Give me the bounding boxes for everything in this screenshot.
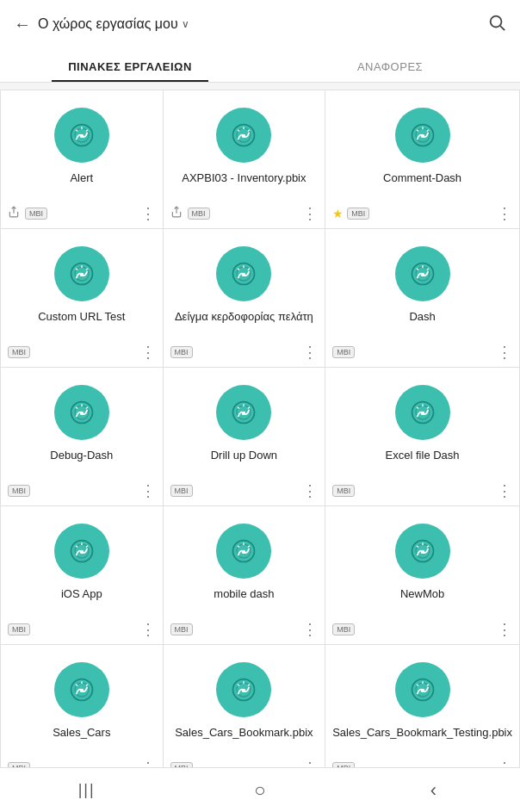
card-title: Sales_Cars bbox=[53, 726, 110, 741]
card-item[interactable]: Alert MBI ⋮ bbox=[1, 90, 163, 228]
card-footer: MBI ⋮ bbox=[332, 344, 512, 360]
card-icon bbox=[54, 662, 109, 717]
more-options-icon[interactable]: ⋮ bbox=[302, 622, 318, 637]
svg-line-1 bbox=[500, 26, 505, 30]
card-icon bbox=[54, 108, 109, 163]
more-options-icon[interactable]: ⋮ bbox=[140, 206, 156, 221]
back-button[interactable]: ← bbox=[14, 15, 31, 34]
card-badges: MBI bbox=[170, 346, 193, 358]
card-title: Sales_Cars_Bookmark_Testing.pbix bbox=[332, 726, 512, 741]
card-icon bbox=[216, 385, 271, 440]
card-footer: MBI ⋮ bbox=[8, 483, 156, 499]
card-title: Debug-Dash bbox=[50, 449, 113, 464]
card-title: Custom URL Test bbox=[38, 310, 125, 325]
more-options-icon[interactable]: ⋮ bbox=[497, 206, 512, 221]
svg-point-36 bbox=[420, 273, 424, 276]
nav-home-icon[interactable]: ○ bbox=[234, 773, 286, 808]
more-options-icon[interactable]: ⋮ bbox=[497, 622, 512, 637]
badge-mbi: MBI bbox=[188, 208, 210, 220]
more-options-icon[interactable]: ⋮ bbox=[302, 483, 318, 499]
badge-mbi: MBI bbox=[332, 485, 355, 497]
tab-reports[interactable]: ΑΝΑΦΟΡΕΣ bbox=[260, 48, 520, 82]
shared-icon bbox=[170, 206, 183, 221]
nav-menu-icon[interactable]: ||| bbox=[61, 773, 113, 808]
svg-point-42 bbox=[80, 412, 84, 415]
badge-mbi: MBI bbox=[8, 485, 30, 497]
card-footer: MBI ⋮ bbox=[170, 344, 319, 360]
svg-point-78 bbox=[80, 689, 84, 692]
card-title: Dash bbox=[409, 310, 435, 325]
more-options-icon[interactable]: ⋮ bbox=[497, 483, 512, 499]
badge-mbi: MBI bbox=[8, 346, 30, 358]
tab-dashboards[interactable]: ΠΙΝΑΚΕΣ ΕΡΓΑΛΕΙΩΝ bbox=[0, 48, 260, 82]
svg-point-30 bbox=[242, 273, 245, 276]
tabs-bar: ΠΙΝΑΚΕΣ ΕΡΓΑΛΕΙΩΝ ΑΝΑΦΟΡΕΣ bbox=[0, 48, 520, 83]
header: ← Ο χώρος εργασίας μου ∨ bbox=[0, 0, 520, 48]
card-item[interactable]: iOS App MBI ⋮ bbox=[1, 506, 163, 644]
svg-point-48 bbox=[242, 412, 245, 415]
card-footer: MBI ⋮ bbox=[332, 622, 512, 637]
tab-dashboards-label: ΠΙΝΑΚΕΣ ΕΡΓΑΛΕΙΩΝ bbox=[68, 60, 192, 73]
card-footer: MBI ⋮ bbox=[332, 483, 512, 499]
card-title: Alert bbox=[70, 171, 93, 187]
card-item[interactable]: Sales_Cars_Bookmark.pbix MBI ⋮ bbox=[164, 645, 325, 783]
card-item[interactable]: NewMob MBI ⋮ bbox=[325, 506, 519, 644]
card-title: mobile dash bbox=[214, 587, 274, 603]
shared-icon bbox=[8, 206, 20, 221]
card-item[interactable]: Δείγμα κερδοφορίας πελάτη MBI ⋮ bbox=[164, 229, 325, 367]
card-item[interactable]: Dash MBI ⋮ bbox=[325, 229, 519, 367]
card-footer: ★MBI ⋮ bbox=[332, 206, 512, 221]
card-icon bbox=[395, 246, 450, 301]
more-options-icon[interactable]: ⋮ bbox=[302, 206, 318, 221]
card-badges: MBI bbox=[170, 623, 193, 635]
svg-point-24 bbox=[80, 273, 84, 276]
tab-reports-label: ΑΝΑΦΟΡΕΣ bbox=[357, 60, 423, 73]
card-item[interactable]: Debug-Dash MBI ⋮ bbox=[1, 368, 163, 505]
more-options-icon[interactable]: ⋮ bbox=[140, 622, 156, 637]
card-icon bbox=[216, 524, 271, 579]
svg-point-60 bbox=[80, 550, 84, 554]
card-item[interactable]: Excel file Dash MBI ⋮ bbox=[325, 368, 519, 505]
more-options-icon[interactable]: ⋮ bbox=[140, 483, 156, 499]
card-item[interactable]: AXPBI03 - Inventory.pbix MBI ⋮ bbox=[164, 90, 325, 228]
card-item[interactable]: Sales_Cars MBI ⋮ bbox=[1, 645, 163, 783]
card-badges: MBI bbox=[170, 485, 193, 497]
card-item[interactable]: Custom URL Test MBI ⋮ bbox=[1, 229, 163, 367]
cards-grid: Alert MBI ⋮ AXPBI03 - Inventory.pbix bbox=[0, 90, 520, 784]
card-title: Drill up Down bbox=[211, 449, 277, 464]
card-footer: MBI ⋮ bbox=[170, 206, 319, 221]
svg-point-11 bbox=[242, 134, 245, 138]
more-options-icon[interactable]: ⋮ bbox=[497, 344, 512, 360]
svg-point-90 bbox=[420, 689, 424, 692]
card-footer: MBI ⋮ bbox=[170, 622, 319, 637]
card-icon bbox=[395, 385, 450, 440]
more-options-icon[interactable]: ⋮ bbox=[302, 344, 318, 360]
badge-mbi: MBI bbox=[332, 623, 355, 635]
search-icon[interactable] bbox=[487, 13, 506, 36]
header-left: ← Ο χώρος εργασίας μου ∨ bbox=[14, 15, 189, 34]
card-footer: MBI ⋮ bbox=[8, 622, 156, 637]
card-title: NewMob bbox=[400, 587, 444, 603]
card-icon bbox=[395, 524, 450, 579]
svg-point-66 bbox=[242, 550, 245, 554]
card-title: Excel file Dash bbox=[386, 449, 460, 464]
card-item[interactable]: Drill up Down MBI ⋮ bbox=[164, 368, 325, 505]
card-badges: ★MBI bbox=[332, 207, 369, 220]
card-title: Sales_Cars_Bookmark.pbix bbox=[175, 726, 313, 741]
star-icon: ★ bbox=[332, 207, 344, 220]
more-options-icon[interactable]: ⋮ bbox=[140, 344, 156, 360]
workspace-title: Ο χώρος εργασίας μου bbox=[38, 16, 178, 32]
card-title: AXPBI03 - Inventory.pbix bbox=[182, 171, 306, 187]
card-icon bbox=[216, 108, 271, 163]
card-item[interactable]: mobile dash MBI ⋮ bbox=[164, 506, 325, 644]
card-badges: MBI bbox=[332, 485, 355, 497]
badge-mbi: MBI bbox=[8, 623, 30, 635]
card-item[interactable]: Comment-Dash ★MBI ⋮ bbox=[325, 90, 519, 228]
card-icon bbox=[216, 246, 271, 301]
card-icon bbox=[395, 108, 450, 163]
badge-mbi: MBI bbox=[170, 346, 193, 358]
card-title: iOS App bbox=[61, 587, 102, 603]
card-item[interactable]: Sales_Cars_Bookmark_Testing.pbix MBI ⋮ bbox=[325, 645, 519, 783]
nav-back-icon[interactable]: ‹ bbox=[407, 773, 459, 808]
chevron-down-icon[interactable]: ∨ bbox=[182, 18, 189, 30]
